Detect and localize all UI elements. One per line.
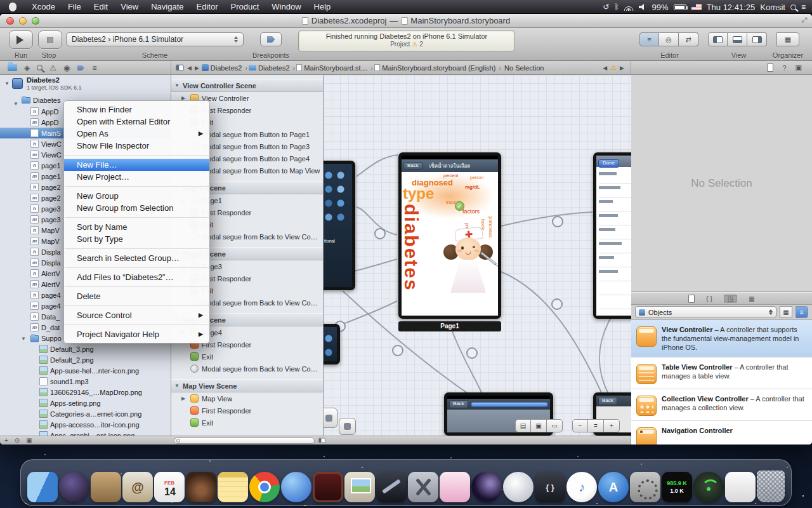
file-template-library-icon[interactable] <box>688 295 695 303</box>
volume-icon[interactable] <box>639 4 647 10</box>
organizer-button[interactable]: ▦ <box>776 32 799 46</box>
next-issue-button[interactable]: ▶ <box>620 65 624 71</box>
context-menu-item[interactable]: Sort by Type <box>64 233 209 245</box>
context-menu-item[interactable] <box>64 283 209 290</box>
context-menu-item[interactable] <box>64 302 209 309</box>
breadcrumb-segment[interactable]: MainStoryboard.storyboard (English) › <box>374 64 502 72</box>
code-snippet-library-icon[interactable]: { } <box>706 295 712 302</box>
window-titlebar[interactable]: Diabetes2.xcodeproj — MainStoryboard.sto… <box>0 14 812 28</box>
dock-icon[interactable] <box>440 472 470 502</box>
dock-icon[interactable] <box>344 472 375 502</box>
outline-item[interactable]: Exit <box>171 351 323 363</box>
context-menu-item[interactable]: Search in Selected Group… <box>64 252 209 264</box>
dock-icon[interactable] <box>313 472 343 502</box>
run-button[interactable] <box>9 30 33 49</box>
dock-icon[interactable]: { } <box>535 472 565 502</box>
dock-icon[interactable] <box>757 471 785 502</box>
context-menu-item[interactable]: Source Control ▶ <box>64 309 209 321</box>
spotlight-icon[interactable] <box>790 4 796 10</box>
storyboard-canvas[interactable]: tional Back เช็คน้ำตาลในเลือด diagnosedt… <box>324 75 631 436</box>
time-machine-icon[interactable]: ↺ <box>603 0 609 14</box>
context-menu-item[interactable] <box>64 214 209 221</box>
menu-item[interactable]: File <box>62 0 88 14</box>
dock-icon[interactable]: @ <box>122 472 153 502</box>
dock-icon[interactable] <box>630 472 660 502</box>
standard-editor-button[interactable]: ≡ <box>639 32 659 46</box>
breadcrumb-segment[interactable]: Diabetes2 › <box>249 64 296 72</box>
context-menu-item[interactable]: Add Files to “Diabetes2”… <box>64 271 209 283</box>
dock-icon[interactable] <box>725 472 756 502</box>
issue-navigator-icon[interactable]: ⚠ <box>49 64 56 72</box>
file-row[interactable]: 1360629146_…MapDrop.png <box>0 387 171 398</box>
object-library-item[interactable]: Table View Controller – A controller tha… <box>631 358 812 389</box>
done-button[interactable]: Done <box>598 159 619 168</box>
notification-center-icon[interactable]: ≡ <box>801 0 806 14</box>
object-library-item[interactable]: Navigation Controller <box>631 421 812 444</box>
dock-icon[interactable] <box>471 472 502 502</box>
bluetooth-icon[interactable]: ᛒ <box>614 0 619 14</box>
context-menu-item[interactable]: New Project… <box>64 171 209 183</box>
page1-view-controller-frame[interactable]: Back เช็คน้ำตาลในเลือด diagnosedtypeperc… <box>398 152 501 319</box>
disclosure-icon[interactable]: ▶ <box>181 396 185 401</box>
back-button[interactable]: Back <box>598 397 617 405</box>
scene-dock-button[interactable] <box>324 408 337 428</box>
context-menu-item[interactable]: Sort by Name <box>64 221 209 233</box>
dock-icon[interactable] <box>249 472 280 502</box>
warning-icon[interactable]: ⚠ <box>412 41 417 48</box>
context-menu-item[interactable] <box>64 183 209 190</box>
breadcrumb-segment[interactable]: No Selection <box>502 64 548 72</box>
dock-icon[interactable] <box>59 472 89 502</box>
dock-icon[interactable] <box>218 472 248 502</box>
menu-clock[interactable]: Thu 12:41:25 <box>707 3 756 12</box>
outline-item[interactable]: Exit <box>171 417 323 429</box>
library-filter-popup[interactable]: Objects <box>635 306 776 318</box>
utility-toggle-button[interactable] <box>339 418 356 435</box>
breadcrumb-segment[interactable]: Diabetes2 › <box>202 64 249 72</box>
context-menu-item[interactable]: New Group from Selection <box>64 202 209 214</box>
context-menu-item[interactable]: Show in Finder <box>64 104 209 116</box>
outline-item[interactable]: First Responder <box>171 404 323 417</box>
context-menu-item[interactable] <box>64 245 209 252</box>
scene-header[interactable]: ▼View Controller Scene <box>171 79 323 92</box>
frame-partial-bottom-left[interactable] <box>324 324 340 364</box>
scene-header[interactable]: ▼Map View Scene <box>171 379 323 392</box>
toggle-utilities-button[interactable] <box>747 32 767 46</box>
context-menu-item[interactable]: Project Navigator Help ▶ <box>64 328 209 340</box>
previous-issue-button[interactable]: ◀ <box>603 65 607 71</box>
zoom-in-button[interactable]: + <box>604 419 620 432</box>
editor-back-button[interactable]: ◀ <box>187 65 192 71</box>
dock-icon[interactable] <box>91 472 121 502</box>
file-inspector-icon[interactable] <box>767 64 773 72</box>
layout-option-2-button[interactable]: ▣ <box>531 419 547 432</box>
editor-forward-button[interactable]: ▶ <box>195 65 199 71</box>
fullscreen-icon[interactable]: ⤢ <box>801 16 807 24</box>
menu-item[interactable]: Editor <box>190 0 225 14</box>
scm-status-filter-icon[interactable]: ▣ <box>26 437 32 444</box>
breakpoint-navigator-icon[interactable] <box>77 65 84 70</box>
stop-button[interactable] <box>38 30 62 49</box>
object-library-icon[interactable]: ◳ <box>724 295 737 303</box>
back-button[interactable]: Back <box>403 162 422 170</box>
disclosure-icon[interactable]: ▼ <box>4 81 10 86</box>
menu-item[interactable]: Navigate <box>145 0 190 14</box>
menu-item[interactable]: Xcode <box>25 0 62 14</box>
file-row[interactable]: App-suse-hel…nter-icon.png <box>0 365 171 376</box>
layout-option-1-button[interactable]: ▤ <box>515 419 531 432</box>
dock-icon[interactable] <box>186 472 216 502</box>
context-menu-item[interactable]: New Group <box>64 190 209 202</box>
inspector-extra-icon[interactable]: ▣ <box>796 64 802 72</box>
menu-item[interactable]: Window <box>265 0 307 14</box>
scene-dock-label[interactable]: Page1 <box>398 321 501 331</box>
dock-icon[interactable] <box>693 472 724 502</box>
outline-filter-field[interactable] <box>174 438 315 444</box>
battery-icon[interactable] <box>674 4 686 10</box>
apple-menu-icon[interactable] <box>9 3 16 11</box>
file-row[interactable]: Categories-a…ernet-icon.png <box>0 408 171 419</box>
object-library-item[interactable]: View Controller – A controller that supp… <box>631 320 812 358</box>
breakpoints-button[interactable] <box>260 32 282 46</box>
outline-item[interactable]: Modal segue from Back to View Co… <box>171 363 323 375</box>
breadcrumb-segment[interactable]: MainStoryboard.st… › <box>296 64 374 72</box>
library-grid-view-button[interactable]: ▦ <box>780 306 792 318</box>
zoom-reset-button[interactable]: = <box>588 419 604 432</box>
file-row[interactable]: Default_2.png <box>0 354 171 365</box>
